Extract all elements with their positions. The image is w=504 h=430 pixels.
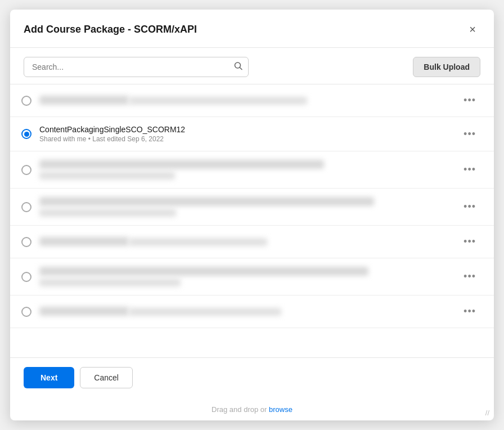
list-item[interactable]: ████████████████████████████████████████… bbox=[10, 189, 494, 226]
item-subtitle: ██████ ███ ██ █████████████ ███ bbox=[39, 209, 176, 217]
item-content: ██████████████████████ ███ ██ ████████ █… bbox=[39, 236, 459, 247]
item-content: ████████████████████████████████████████… bbox=[39, 159, 459, 180]
item-title: ████████████████████████████████████████… bbox=[39, 267, 368, 276]
radio-button[interactable] bbox=[21, 272, 32, 282]
item-content: ████████████████████████████████████████… bbox=[39, 266, 459, 287]
item-title: ContentPackagingSingleSCO_SCORM12 bbox=[39, 125, 459, 134]
more-options-button[interactable]: ••• bbox=[459, 162, 480, 178]
radio-button[interactable] bbox=[21, 307, 32, 317]
drag-drop-text: Drag and drop or browse bbox=[24, 401, 480, 414]
item-title: ████████████████████████████████████████… bbox=[39, 160, 324, 169]
footer-actions: Next Cancel bbox=[24, 367, 133, 388]
browse-link[interactable]: browse bbox=[269, 405, 292, 414]
list-item[interactable]: ████████████████████████████████████████… bbox=[10, 151, 494, 189]
item-content: ███████████████████████████ ███ ████ ███… bbox=[39, 306, 459, 317]
item-content: ████████████████████████████ ██ ██ █████… bbox=[39, 95, 459, 106]
item-subtitle: ████████████ ██ ██ ██████████ ███ ██ ███… bbox=[129, 97, 308, 105]
next-button[interactable]: Next bbox=[24, 367, 74, 388]
radio-button[interactable] bbox=[21, 129, 32, 139]
item-title: ████████████████████████████████████████… bbox=[39, 197, 374, 206]
item-content: ████████████████████████████████████████… bbox=[39, 196, 459, 217]
more-options-button[interactable]: ••• bbox=[459, 199, 480, 215]
list-item[interactable]: ██████████████████████ ███ ██ ████████ █… bbox=[10, 226, 494, 258]
list-item[interactable]: ████████████████████████████ ██ ██ █████… bbox=[10, 84, 494, 117]
svg-line-1 bbox=[240, 68, 242, 70]
item-subtitle: ███████████ ███ ████ ████████ █ ███ bbox=[129, 308, 282, 316]
more-options-button[interactable]: ••• bbox=[459, 126, 480, 142]
more-options-button[interactable]: ••• bbox=[459, 303, 480, 320]
modal-bottom: Drag and drop or browse // bbox=[10, 397, 494, 420]
close-button[interactable]: × bbox=[465, 21, 480, 38]
modal-title: Add Course Package - SCORM/xAPI bbox=[24, 24, 197, 35]
modal-dialog: Add Course Package - SCORM/xAPI × Bulk U… bbox=[10, 10, 494, 420]
item-title: ████████████████ bbox=[39, 237, 129, 246]
search-wrapper bbox=[24, 57, 249, 77]
modal-overlay: Add Course Package - SCORM/xAPI × Bulk U… bbox=[0, 0, 504, 430]
search-input[interactable] bbox=[24, 57, 249, 77]
bulk-upload-button[interactable]: Bulk Upload bbox=[413, 57, 480, 77]
more-options-button[interactable]: ••• bbox=[459, 92, 480, 109]
more-options-button[interactable]: ••• bbox=[459, 234, 480, 250]
cancel-button[interactable]: Cancel bbox=[80, 367, 133, 388]
list-item[interactable]: ████████████████████████████████████████… bbox=[10, 258, 494, 295]
list-items: ████████████████████████████ ██ ██ █████… bbox=[10, 84, 494, 328]
item-subtitle: ██████ ███ ██ ████████ ████ ████ bbox=[129, 238, 267, 246]
item-subtitle: ██████ ████ ██ ████████████ ████ bbox=[39, 279, 181, 286]
radio-button[interactable] bbox=[21, 202, 32, 212]
modal-footer: Next Cancel bbox=[10, 357, 494, 397]
radio-button[interactable] bbox=[21, 96, 32, 106]
item-subtitle: ████ ███ ██ ███ █████████ █ ████ bbox=[39, 172, 175, 180]
list-item[interactable]: ███████████████████████████ ███ ████ ███… bbox=[10, 295, 494, 328]
radio-button[interactable] bbox=[21, 237, 32, 247]
resize-handle[interactable]: // bbox=[485, 409, 489, 417]
modal-header: Add Course Package - SCORM/xAPI × bbox=[10, 10, 494, 48]
search-icon bbox=[234, 62, 243, 71]
item-title: ████████████████ bbox=[39, 307, 129, 316]
item-title: ████████████████ bbox=[39, 96, 129, 105]
toolbar: Bulk Upload bbox=[10, 48, 494, 84]
search-icon-button[interactable] bbox=[234, 62, 243, 73]
radio-button[interactable] bbox=[21, 165, 32, 175]
item-content: ContentPackagingSingleSCO_SCORM12Shared … bbox=[39, 125, 459, 143]
more-options-button[interactable]: ••• bbox=[459, 268, 480, 285]
item-subtitle: Shared with me • Last edited Sep 6, 2022 bbox=[39, 135, 459, 143]
list-container: ████████████████████████████ ██ ██ █████… bbox=[10, 84, 494, 357]
list-item[interactable]: ContentPackagingSingleSCO_SCORM12Shared … bbox=[10, 117, 494, 151]
